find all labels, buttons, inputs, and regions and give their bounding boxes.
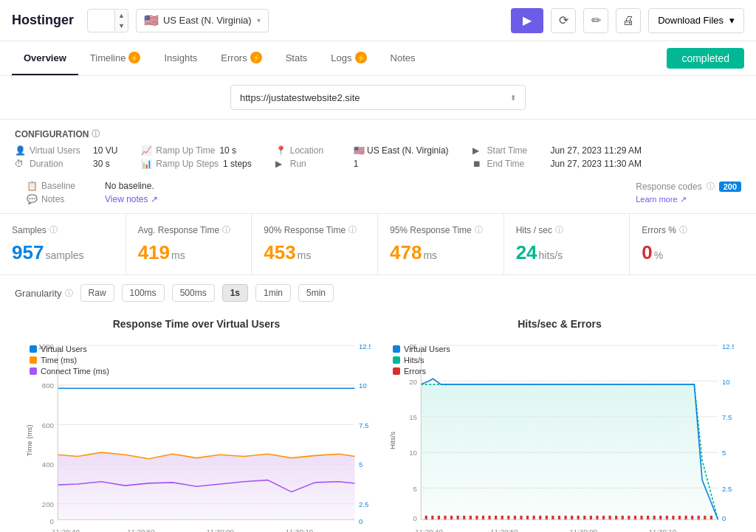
gran-100ms-button[interactable]: 100ms xyxy=(122,284,165,302)
svg-text:800: 800 xyxy=(42,381,54,390)
config-info-icon[interactable]: ⓘ xyxy=(92,128,100,139)
svg-rect-78 xyxy=(640,516,642,519)
response-codes-info-icon[interactable]: ⓘ xyxy=(707,181,715,192)
svg-text:15: 15 xyxy=(409,413,417,421)
svg-text:7.5: 7.5 xyxy=(359,421,368,429)
svg-rect-75 xyxy=(622,516,624,519)
errors-info-icon[interactable]: ⓘ xyxy=(679,224,687,235)
config-col-2: 📈Ramp Up Time10 s 📊Ramp Up Steps1 steps xyxy=(141,145,251,169)
svg-text:11:30:00: 11:30:00 xyxy=(206,528,234,532)
svg-text:10: 10 xyxy=(722,378,730,386)
url-input[interactable] xyxy=(240,92,504,103)
svg-rect-62 xyxy=(539,516,541,519)
svg-text:7.5: 7.5 xyxy=(722,413,732,421)
svg-text:11:30:00: 11:30:00 xyxy=(569,528,597,532)
svg-rect-86 xyxy=(691,516,693,519)
svg-rect-60 xyxy=(526,516,529,519)
stat-hits-sec: Hits / sec ⓘ 24hits/s xyxy=(504,214,630,274)
configuration-section: CONFIGURATION ⓘ 👤Virtual Users10 VU ⏱Dur… xyxy=(0,120,756,214)
tab-logs[interactable]: Logs ⚡ xyxy=(319,41,378,75)
gran-500ms-button[interactable]: 500ms xyxy=(172,284,215,302)
svg-text:0: 0 xyxy=(722,514,726,522)
svg-rect-61 xyxy=(533,516,535,519)
svg-rect-45 xyxy=(431,516,433,519)
spinner-down-button[interactable]: ▼ xyxy=(115,21,128,31)
gran-1min-button[interactable]: 1min xyxy=(255,284,291,302)
nav-tabs: Overview Timeline ⚡ Insights Errors ⚡ St… xyxy=(0,41,756,76)
svg-rect-68 xyxy=(577,516,580,519)
region-flag: 🇺🇸 xyxy=(144,13,159,27)
svg-rect-59 xyxy=(520,516,522,519)
svg-rect-80 xyxy=(653,516,656,519)
svg-rect-56 xyxy=(501,516,504,519)
svg-rect-73 xyxy=(609,516,611,519)
samples-info-icon[interactable]: ⓘ xyxy=(49,224,58,235)
tab-errors[interactable]: Errors ⚡ xyxy=(209,41,273,75)
gran-raw-button[interactable]: Raw xyxy=(80,284,114,302)
svg-text:5: 5 xyxy=(413,485,417,493)
svg-rect-46 xyxy=(438,516,440,519)
svg-text:11:29:50: 11:29:50 xyxy=(127,528,155,532)
svg-text:11:29:40: 11:29:40 xyxy=(415,528,443,532)
svg-rect-83 xyxy=(672,516,674,519)
svg-rect-54 xyxy=(488,516,490,519)
hits-errors-chart: Hits/sec & Errors Virtual Users Hits/s E… xyxy=(378,311,741,532)
download-files-button[interactable]: Download Files ▾ xyxy=(648,8,744,33)
svg-rect-82 xyxy=(666,516,668,519)
tab-insights[interactable]: Insights xyxy=(152,42,209,75)
svg-rect-57 xyxy=(507,516,509,519)
tab-stats[interactable]: Stats xyxy=(274,42,320,75)
svg-rect-76 xyxy=(628,516,630,519)
config-col-4: ▶Start TimeJun 27, 2023 11:29 AM ⏹End Ti… xyxy=(472,145,642,169)
spinner-up-button[interactable]: ▲ xyxy=(115,10,128,21)
hits-sec-info-icon[interactable]: ⓘ xyxy=(555,224,563,235)
gran-1s-button[interactable]: 1s xyxy=(222,284,248,302)
svg-text:Time (ms): Time (ms) xyxy=(25,424,33,456)
svg-rect-64 xyxy=(551,516,554,519)
run-count-spinner[interactable]: 1 ▲ ▼ xyxy=(87,9,128,32)
region-selector[interactable]: 🇺🇸 US East (N. Virginia) ▾ xyxy=(136,9,269,32)
svg-text:600: 600 xyxy=(42,421,54,429)
stat-95-response: 95% Response Time ⓘ 478ms xyxy=(378,214,504,274)
svg-text:10: 10 xyxy=(359,381,367,390)
response-time-chart-title: Response Time over Virtual Users xyxy=(22,318,371,330)
refresh-icon[interactable]: ⟳ xyxy=(551,8,576,33)
app-header: Hostinger 1 ▲ ▼ 🇺🇸 US East (N. Virginia)… xyxy=(0,0,756,41)
granularity-label: Granularity ⓘ xyxy=(15,288,73,299)
tab-overview[interactable]: Overview xyxy=(12,42,78,75)
print-icon[interactable]: 🖨 xyxy=(616,8,641,33)
status-badge: completed xyxy=(667,48,744,69)
svg-rect-79 xyxy=(647,516,649,519)
granularity-info-icon[interactable]: ⓘ xyxy=(65,288,73,299)
svg-text:Virtual Users: Virtual Users xyxy=(369,420,371,460)
play-button[interactable]: ▶ xyxy=(511,8,543,33)
logs-badge: ⚡ xyxy=(355,52,367,63)
avg-response-info-icon[interactable]: ⓘ xyxy=(222,224,230,235)
svg-text:5: 5 xyxy=(722,449,726,457)
hits-errors-chart-title: Hits/sec & Errors xyxy=(385,318,734,330)
edit-icon[interactable]: ✏ xyxy=(583,8,608,33)
response-time-chart: Response Time over Virtual Users Virtual… xyxy=(15,311,378,532)
svg-text:10: 10 xyxy=(409,449,417,457)
svg-rect-72 xyxy=(602,516,605,519)
url-bar[interactable]: ⬍ xyxy=(230,85,526,110)
svg-rect-67 xyxy=(571,516,573,519)
svg-rect-48 xyxy=(450,516,453,519)
spinner-input-field[interactable]: 1 xyxy=(88,15,114,26)
stat-errors: Errors % ⓘ 0% xyxy=(630,214,756,274)
granularity-row: Granularity ⓘ Raw 100ms 500ms 1s 1min 5m… xyxy=(0,275,756,311)
95-response-info-icon[interactable]: ⓘ xyxy=(475,224,483,235)
svg-rect-69 xyxy=(583,516,585,519)
svg-text:5: 5 xyxy=(359,460,362,469)
timeline-badge: ⚡ xyxy=(128,52,140,63)
tab-timeline[interactable]: Timeline ⚡ xyxy=(78,41,153,75)
svg-rect-44 xyxy=(425,516,427,519)
tab-notes[interactable]: Notes xyxy=(379,42,427,75)
svg-rect-87 xyxy=(698,516,700,519)
svg-text:0: 0 xyxy=(413,514,417,522)
hits-errors-legend: Virtual Users Hits/s Errors xyxy=(393,345,450,376)
gran-5min-button[interactable]: 5min xyxy=(298,284,334,302)
90-response-info-icon[interactable]: ⓘ xyxy=(348,224,357,235)
svg-text:11:30:10: 11:30:10 xyxy=(286,528,314,532)
svg-rect-65 xyxy=(558,516,560,519)
